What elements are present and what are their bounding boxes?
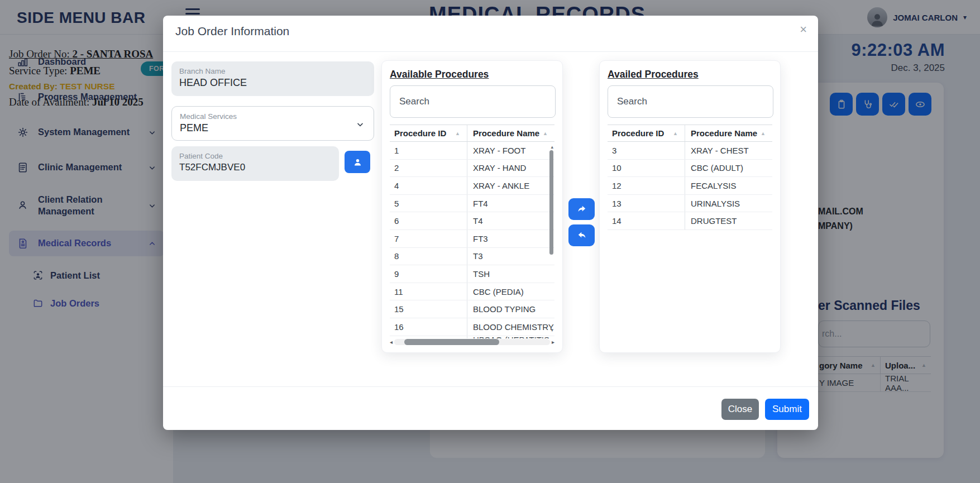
cell-procedure-id: 7 — [390, 230, 467, 247]
cell-procedure-id: 13 — [608, 195, 685, 212]
table-row[interactable]: 4 XRAY - ANKLE — [390, 177, 554, 195]
table-body: 3 XRAY - CHEST 10 CBC (ADULT) 12 FECALYS… — [608, 142, 772, 230]
column-label: Procedure Name — [473, 128, 539, 138]
table-row[interactable]: 7 FT3 — [390, 230, 554, 248]
close-icon[interactable]: × — [800, 22, 807, 37]
person-icon — [352, 157, 363, 168]
submit-button[interactable]: Submit — [765, 399, 809, 420]
cell-procedure-id: 1 — [390, 142, 467, 159]
modal-title: Job Order Information — [175, 25, 289, 38]
column-label: Procedure ID — [612, 128, 664, 138]
patient-code-value: T52FCMJBVE0 — [179, 162, 331, 173]
cell-procedure-id: 4 — [390, 177, 467, 194]
cell-procedure-id: 5 — [390, 195, 467, 212]
app-root: SIDE MENU BAR Dashboard Progress Managem… — [0, 0, 980, 483]
available-procedures-table: Procedure ID ▲ Procedure Name ▲ 1 XRAY -… — [390, 125, 554, 338]
table-row[interactable]: 14 DRUGTEST — [608, 212, 772, 230]
cell-procedure-name: CBC (PEDIA) — [467, 283, 554, 300]
available-search-input[interactable] — [390, 85, 556, 118]
arrow-left-icon — [576, 230, 587, 241]
cell-procedure-id: 12 — [608, 177, 685, 194]
cell-procedure-id: 6 — [390, 212, 467, 229]
table-row[interactable]: 2 XRAY - HAND — [390, 160, 554, 178]
cell-procedure-name: XRAY - HAND — [467, 160, 554, 177]
medical-services-label: Medical Services — [180, 112, 366, 121]
chevron-down-icon — [356, 120, 365, 129]
move-to-available-button[interactable] — [568, 224, 595, 246]
table-row[interactable]: 13 URINALYSIS — [608, 195, 772, 213]
column-label: Procedure Name — [691, 128, 757, 138]
table-row[interactable]: 12 FECALYSIS — [608, 177, 772, 195]
cell-procedure-id: 9 — [390, 265, 467, 283]
table-row[interactable]: 5 FT4 — [390, 195, 554, 213]
cell-procedure-name: BLOOD CHEMISTRY — [467, 318, 554, 336]
column-header-procedure-id[interactable]: Procedure ID ▲ — [390, 125, 467, 141]
cell-procedure-id: 15 — [390, 300, 467, 318]
select-patient-button[interactable] — [345, 151, 370, 173]
scroll-down-icon[interactable]: ▾ — [551, 328, 553, 335]
column-label: Procedure ID — [394, 128, 446, 138]
table-row[interactable]: 15 BLOOD TYPING — [390, 300, 554, 318]
branch-name-value: HEAD OFFICE — [179, 77, 366, 89]
cell-procedure-id: 11 — [390, 283, 467, 300]
sort-caret-icon: ▲ — [543, 131, 548, 136]
availed-search-input[interactable] — [608, 85, 773, 118]
medical-services-value: PEME — [180, 122, 366, 134]
cell-procedure-id: 10 — [608, 160, 685, 177]
table-row[interactable]: 1 XRAY - FOOT — [390, 142, 554, 160]
arrow-right-icon — [576, 204, 587, 215]
branch-name-field: Branch Name HEAD OFFICE — [171, 61, 374, 96]
modal-header-divider — [163, 51, 818, 52]
availed-procedures-title: Availed Procedures — [608, 69, 780, 80]
branch-name-label: Branch Name — [179, 67, 366, 75]
availed-procedures-table: Procedure ID ▲ Procedure Name ▲ 3 XRAY -… — [608, 125, 772, 230]
cell-procedure-name: XRAY - CHEST — [685, 142, 772, 159]
horizontal-scrollbar: ◂ ▸ — [390, 338, 554, 346]
horizontal-scrollbar-thumb[interactable] — [404, 339, 499, 345]
cell-procedure-name: FT4 — [467, 195, 554, 212]
cell-procedure-name: FT3 — [467, 230, 554, 247]
table-row[interactable]: 10 CBC (ADULT) — [608, 160, 772, 178]
cell-procedure-name: TSH — [467, 265, 554, 283]
job-order-modal: Job Order Information × Branch Name HEAD… — [163, 16, 818, 430]
table-header-row: Procedure ID ▲ Procedure Name ▲ — [608, 125, 772, 142]
move-to-availed-button[interactable] — [568, 198, 595, 220]
scroll-left-icon[interactable]: ◂ — [390, 339, 393, 345]
table-row[interactable]: 11 CBC (PEDIA) — [390, 283, 554, 301]
cell-procedure-name: BLOOD TYPING — [467, 300, 554, 318]
sort-caret-icon: ▲ — [761, 131, 766, 136]
cell-procedure-name: T4 — [467, 212, 554, 229]
scroll-up-icon[interactable]: ▴ — [551, 145, 553, 150]
table-row[interactable]: 9 TSH — [390, 265, 554, 283]
cell-procedure-name: FECALYSIS — [685, 177, 772, 194]
cell-procedure-name: XRAY - ANKLE — [467, 177, 554, 194]
table-row[interactable]: 3 XRAY - CHEST — [608, 142, 772, 160]
scroll-right-icon[interactable]: ▸ — [552, 339, 554, 345]
modal-footer-divider — [163, 386, 818, 387]
vertical-scrollbar-thumb[interactable] — [549, 150, 553, 255]
column-header-procedure-id[interactable]: Procedure ID ▲ — [608, 125, 685, 141]
cell-procedure-id: 2 — [390, 160, 467, 177]
cell-procedure-name: DRUGTEST — [685, 212, 772, 229]
cell-procedure-id: 8 — [390, 248, 467, 265]
cell-procedure-name: URINALYSIS — [685, 195, 772, 212]
column-header-procedure-name[interactable]: Procedure Name ▲ — [467, 125, 554, 141]
sort-caret-icon: ▲ — [673, 131, 678, 136]
close-button[interactable]: Close — [721, 399, 759, 420]
cell-procedure-id: 16 — [390, 318, 467, 336]
availed-procedures-panel: Availed Procedures Procedure ID ▲ Proced… — [599, 60, 781, 353]
cell-procedure-id: 14 — [608, 212, 685, 229]
sort-caret-icon: ▲ — [455, 131, 460, 136]
table-row[interactable]: 8 T3 — [390, 248, 554, 266]
medical-services-select[interactable]: Medical Services PEME — [171, 106, 374, 141]
column-header-procedure-name[interactable]: Procedure Name ▲ — [685, 125, 772, 141]
cell-procedure-name: CBC (ADULT) — [685, 160, 772, 177]
cell-procedure-name: XRAY - FOOT — [467, 142, 554, 159]
patient-code-label: Patient Code — [179, 152, 331, 160]
cell-procedure-name: T3 — [467, 248, 554, 265]
horizontal-scrollbar-track[interactable] — [394, 339, 550, 345]
available-procedures-panel: Available Procedures Procedure ID ▲ Proc… — [381, 60, 563, 353]
table-row[interactable]: 6 T4 — [390, 212, 554, 230]
table-header-row: Procedure ID ▲ Procedure Name ▲ — [390, 125, 554, 142]
table-row[interactable]: 16 BLOOD CHEMISTRY — [390, 318, 554, 336]
